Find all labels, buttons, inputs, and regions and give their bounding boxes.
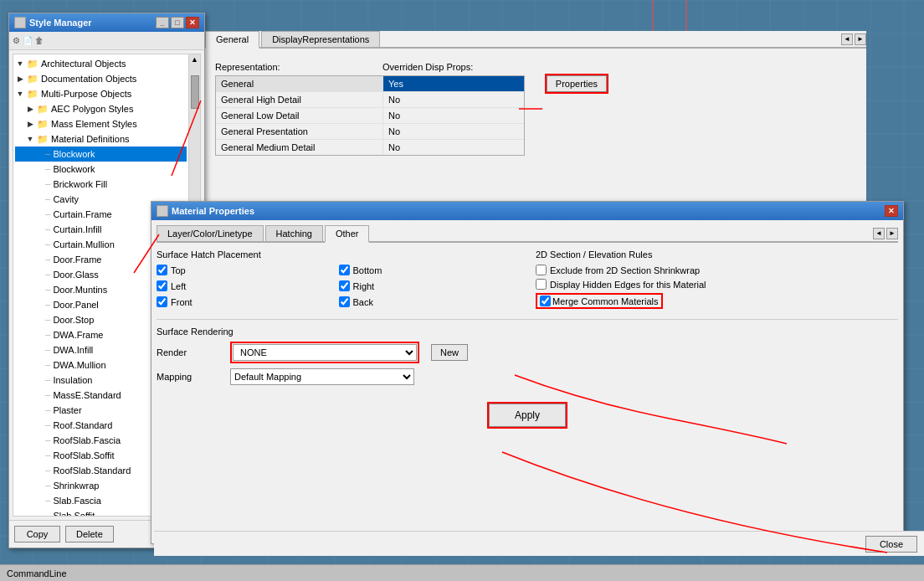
- nav-right-arrow[interactable]: ►: [855, 33, 866, 45]
- chk-right[interactable]: [339, 280, 350, 291]
- tree-label-5: Material Definitions: [51, 132, 130, 146]
- tab-display-representations[interactable]: DisplayRepresentations: [261, 31, 380, 47]
- expand-icon-1[interactable]: ▶: [15, 74, 25, 84]
- style-manager-titlebar: Style Manager _ □ ✕: [9, 13, 204, 32]
- section-2d-title: 2D Section / Elevation Rules: [536, 249, 898, 260]
- surface-hatch-title: Surface Hatch Placement: [157, 249, 519, 260]
- tree-item-documentation-objects[interactable]: ▶📁Documentation Objects: [15, 71, 187, 86]
- minimize-button[interactable]: _: [156, 17, 169, 28]
- repr-cell-value-2: No: [383, 108, 524, 123]
- mp-footer: Apply: [157, 397, 898, 429]
- chk-front[interactable]: [157, 296, 167, 307]
- item-icon-16: ─: [45, 298, 50, 311]
- repr-row-3[interactable]: General Presentation No: [216, 124, 524, 140]
- chk-bottom[interactable]: [339, 265, 350, 275]
- mp-nav-right[interactable]: ►: [886, 228, 898, 239]
- folder-icon-3: 📁: [37, 102, 49, 116]
- chk-back[interactable]: [339, 296, 350, 307]
- mapping-row: Mapping Default Mapping: [157, 368, 898, 385]
- checkbox-front: Front: [157, 296, 337, 307]
- chk-left[interactable]: [157, 280, 167, 291]
- item-icon-26: ─: [45, 449, 50, 462]
- tree-label-24: Roof.Standard: [53, 419, 112, 432]
- item-icon-7: ─: [45, 162, 50, 176]
- chk-exclude[interactable]: [536, 265, 547, 275]
- tree-item-architectural-objects[interactable]: ▼📁Architectural Objects: [15, 56, 187, 71]
- item-icon-19: ─: [45, 343, 50, 357]
- chk-merge[interactable]: [540, 296, 551, 306]
- expand-icon-3[interactable]: ▶: [25, 104, 35, 114]
- tree-label-12: Curtain.Mullion: [53, 238, 114, 251]
- folder-icon-5: 📁: [37, 132, 49, 146]
- properties-button[interactable]: Properties: [547, 75, 607, 92]
- copy-button[interactable]: Copy: [14, 526, 60, 542]
- tree-label-21: Insulation: [53, 373, 92, 387]
- mp-close-button[interactable]: ✕: [885, 205, 898, 217]
- tree-label-23: Plaster: [53, 404, 81, 417]
- repr-row-2[interactable]: General Low Detail No: [216, 108, 524, 124]
- item-icon-24: ─: [45, 419, 50, 432]
- repr-cell-value-4: No: [383, 140, 524, 155]
- apply-button[interactable]: Apply: [489, 404, 566, 427]
- chk-merge-label: Merge Common Materials: [552, 296, 659, 306]
- repr-cell-value-0: Yes: [383, 76, 524, 91]
- surface-rendering-title: Surface Rendering: [157, 326, 898, 337]
- command-line-label: CommandLine: [7, 568, 67, 578]
- close-button[interactable]: ✕: [186, 17, 199, 28]
- chk-hidden[interactable]: [536, 279, 547, 290]
- checkbox-top: Top: [157, 265, 337, 275]
- repr-cell-name-4: General Medium Detail: [216, 140, 383, 155]
- representation-table: General Yes General High Detail No Gener…: [215, 75, 525, 156]
- tree-item-material-definitions[interactable]: ▼📁Material Definitions: [15, 131, 187, 147]
- tree-label-3: AEC Polygon Styles: [51, 102, 133, 116]
- repr-cell-name-3: General Presentation: [216, 124, 383, 139]
- mapping-select[interactable]: Default Mapping: [230, 368, 414, 385]
- chk-bottom-label: Bottom: [353, 265, 382, 275]
- tab-layer-color[interactable]: Layer/Color/Linetype: [157, 225, 264, 241]
- nav-left-arrow[interactable]: ◄: [841, 33, 853, 45]
- expand-icon-5[interactable]: ▼: [25, 134, 35, 144]
- expand-icon-2[interactable]: ▼: [15, 89, 25, 99]
- delete-button[interactable]: Delete: [65, 526, 114, 542]
- repr-row-4[interactable]: General Medium Detail No: [216, 140, 524, 155]
- chk-top[interactable]: [157, 265, 167, 275]
- tab-general[interactable]: General: [205, 31, 259, 49]
- section-2d-rules: 2D Section / Elevation Rules Exclude fro…: [536, 249, 898, 312]
- repr-row-1[interactable]: General High Detail No: [216, 92, 524, 108]
- checkbox-bottom: Bottom: [339, 265, 520, 275]
- folder-icon-1: 📁: [27, 72, 38, 85]
- tree-item-multi-purpose-objects[interactable]: ▼📁Multi-Purpose Objects: [15, 86, 187, 101]
- tree-label-2: Multi-Purpose Objects: [41, 87, 131, 100]
- surface-rendering-section: Surface Rendering Render NONE New Mappin…: [157, 319, 898, 390]
- expand-icon-4[interactable]: ▶: [25, 119, 35, 129]
- expand-icon-0[interactable]: ▼: [15, 59, 25, 69]
- maximize-button[interactable]: □: [171, 17, 184, 28]
- tree-label-1: Documentation Objects: [41, 72, 136, 85]
- tab-hatching[interactable]: Hatching: [265, 225, 323, 241]
- tree-item-blockwork[interactable]: ─Blockwork: [15, 147, 187, 162]
- chk-front-label: Front: [171, 297, 192, 307]
- new-button[interactable]: New: [431, 344, 468, 361]
- tree-label-4: Mass Element Styles: [51, 117, 137, 131]
- item-icon-15: ─: [45, 283, 50, 296]
- mp-nav-left[interactable]: ◄: [873, 228, 885, 239]
- render-select[interactable]: NONE: [233, 344, 417, 361]
- style-manager-title: Style Manager: [29, 18, 92, 28]
- tree-item-mass-element-styles[interactable]: ▶📁Mass Element Styles: [15, 116, 187, 131]
- checkbox-left: Left: [157, 280, 337, 291]
- tree-item-blockwork[interactable]: ─Blockwork: [15, 162, 187, 177]
- chk-exclude-row: Exclude from 2D Section Shrinkwrap: [536, 265, 898, 275]
- mp-body: Surface Hatch Placement Top Bottom Le: [157, 249, 898, 538]
- repr-row-0[interactable]: General Yes: [216, 76, 524, 92]
- close-main-button[interactable]: Close: [865, 536, 917, 553]
- item-icon-14: ─: [45, 268, 50, 281]
- item-icon-28: ─: [45, 479, 50, 492]
- tree-item-aec-polygon-styles[interactable]: ▶📁AEC Polygon Styles: [15, 101, 187, 116]
- chk-merge-row: Merge Common Materials: [536, 293, 898, 309]
- tree-label-25: RoofSlab.Fascia: [53, 434, 121, 447]
- scroll-thumb[interactable]: [191, 75, 199, 109]
- item-icon-20: ─: [45, 358, 50, 372]
- tree-item-brickwork-fill[interactable]: ─Brickwork Fill: [15, 177, 187, 192]
- tree-label-9: Cavity: [53, 193, 79, 206]
- tab-other[interactable]: Other: [325, 225, 370, 243]
